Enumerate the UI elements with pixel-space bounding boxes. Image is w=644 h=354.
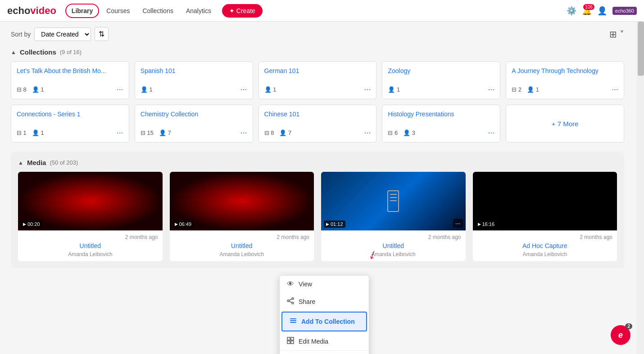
nav-courses[interactable]: Courses — [101, 5, 135, 17]
card-stats-8: ⊟ 6 👤 3 — [388, 129, 415, 136]
collection-card-7[interactable]: Chinese 101 ⊟ 8 👤 7 ··· — [259, 105, 377, 143]
sort-bar: Sort by Date Created Title Modified ⇅ ⊞ … — [11, 27, 624, 41]
media-duration-0: ▶ 00:20 — [21, 221, 42, 228]
media-info-3: 2 months ago Ad Hoc Capture Amanda Leibo… — [473, 230, 617, 261]
sort-order-button[interactable]: ⇅ — [95, 27, 109, 41]
collection-meta-6: ⊟ 15 👤 7 ··· — [141, 129, 247, 137]
media-card-1[interactable]: ▶ 06:49 2 months ago Untitled Amanda Lei… — [170, 172, 314, 261]
media-stat-6: ⊟ 15 — [141, 129, 154, 136]
media-date-1: 2 months ago — [174, 234, 310, 240]
user-stat-1: 👤 1 — [141, 86, 153, 93]
nav-analytics[interactable]: Analytics — [181, 5, 217, 17]
media-author-2: Amanda Leibovich — [326, 251, 461, 257]
user-stat-0: 👤 1 — [32, 86, 44, 93]
media-section: ▲ Media (50 of 203) ▶ 00:20 2 months ago… — [11, 152, 624, 268]
logo: echovideo — [7, 5, 56, 17]
collection-title-6: Chemistry Collection — [141, 110, 247, 120]
collections-chevron-icon: ▲ — [11, 49, 16, 55]
card-stats-1: 👤 1 — [141, 86, 153, 93]
collection-title-3: Zoology — [388, 67, 494, 76]
user-stat-6: 👤 7 — [159, 129, 171, 136]
media-date-0: 2 months ago — [23, 234, 158, 240]
collection-card-8[interactable]: Histology Presentations ⊟ 6 👤 3 ··· — [382, 105, 500, 143]
collection-meta-1: 👤 1 ··· — [141, 85, 247, 93]
collections-section-header[interactable]: ▲ Collections (9 of 16) — [11, 48, 624, 56]
card-stats-7: ⊟ 8 👤 7 — [264, 129, 292, 136]
collections-more-card[interactable]: + 7 More — [506, 105, 624, 143]
play-icon-1: ▶ — [175, 222, 178, 226]
media-duration-1: ▶ 06:49 — [172, 221, 194, 228]
collection-more-btn-6[interactable]: ··· — [240, 129, 247, 137]
user-stat-8: 👤 3 — [403, 129, 415, 136]
media-author-0: Amanda Leibovich — [23, 251, 158, 257]
collection-meta-3: 👤 1 ··· — [388, 85, 494, 93]
collections-more-label: + 7 More — [552, 120, 579, 128]
scrollbar-thumb[interactable] — [638, 22, 644, 76]
collection-more-btn-4[interactable]: ··· — [612, 85, 618, 93]
media-card-0[interactable]: ▶ 00:20 2 months ago Untitled Amanda Lei… — [18, 172, 163, 261]
sort-select[interactable]: Date Created Title Modified — [34, 28, 91, 41]
echo360-logo: echo360 — [612, 7, 637, 15]
card-stats-2: 👤 1 — [264, 86, 277, 93]
media-info-2: 2 months ago Untitled Amanda Leibovich — [321, 230, 466, 261]
collection-more-btn-7[interactable]: ··· — [364, 129, 371, 137]
nav-right: ⚙️ 🔔 106 👤 echo360 — [567, 6, 637, 16]
collection-card-1[interactable]: Spanish 101 👤 1 ··· — [135, 61, 253, 99]
collection-more-btn-3[interactable]: ··· — [488, 85, 494, 93]
media-stat-7: ⊟ 8 — [264, 129, 274, 136]
collection-meta-8: ⊟ 6 👤 3 ··· — [388, 129, 494, 137]
notification-badge: 106 — [583, 4, 594, 10]
collection-card-4[interactable]: A Journey Through Technology ⊟ 2 👤 1 ··· — [506, 61, 624, 99]
media-title: Media — [27, 159, 46, 166]
collections-section: ▲ Collections (9 of 16) Let's Talk About… — [11, 48, 624, 143]
nav-links: Library Courses Collections Analytics ✦ … — [65, 4, 263, 18]
media-author-3: Amanda Leibovich — [477, 251, 613, 257]
collections-grid: Let's Talk About the British Mo... ⊟ 8 👤… — [11, 61, 624, 143]
sort-left: Sort by Date Created Title Modified ⇅ — [11, 27, 109, 41]
collections-count: (9 of 16) — [60, 49, 82, 55]
collection-more-btn-1[interactable]: ··· — [240, 85, 247, 93]
media-stat-0: ⊟ 8 — [17, 86, 27, 93]
notebook-icon — [384, 190, 402, 212]
collection-card-0[interactable]: Let's Talk About the British Mo... ⊟ 8 👤… — [11, 61, 129, 99]
settings-button[interactable]: ⚙️ — [567, 6, 576, 16]
collection-more-btn-2[interactable]: ··· — [364, 85, 371, 93]
scrollbar[interactable] — [637, 22, 644, 274]
media-stat-8: ⊟ 6 — [388, 129, 398, 136]
collections-title: Collections — [20, 48, 56, 56]
user-stat-3: 👤 1 — [388, 86, 400, 93]
media-name-3: Ad Hoc Capture — [477, 242, 613, 249]
collection-title-5: Connections - Series 1 — [17, 110, 123, 120]
collection-more-btn-0[interactable]: ··· — [117, 85, 123, 93]
view-toggle[interactable]: ⊞ ˅ — [609, 29, 624, 40]
media-card-3[interactable]: ▶ 16:16 2 months ago Ad Hoc Capture Aman… — [473, 172, 617, 261]
navbar: echovideo Library Courses Collections An… — [0, 0, 644, 22]
collection-card-6[interactable]: Chemistry Collection ⊟ 15 👤 7 ··· — [135, 105, 253, 143]
media-count: (50 of 203) — [50, 159, 78, 166]
media-grid: ▶ 00:20 2 months ago Untitled Amanda Lei… — [18, 172, 617, 261]
collection-card-5[interactable]: Connections - Series 1 ⊟ 1 👤 1 ··· — [11, 105, 129, 143]
collection-more-btn-5[interactable]: ··· — [117, 129, 123, 137]
media-section-header[interactable]: ▲ Media (50 of 203) — [18, 159, 617, 166]
collection-more-btn-8[interactable]: ··· — [488, 129, 494, 137]
nav-collections[interactable]: Collections — [137, 5, 178, 17]
card-stats-4: ⊟ 2 👤 1 — [512, 86, 539, 93]
collection-title-4: A Journey Through Technology — [512, 67, 618, 76]
logo-video: video — [30, 5, 56, 17]
collection-meta-2: 👤 1 ··· — [264, 85, 371, 93]
collection-card-3[interactable]: Zoology 👤 1 ··· — [382, 61, 500, 99]
logo-echo: echo — [7, 5, 30, 17]
card-stats-6: ⊟ 15 👤 7 — [141, 129, 171, 136]
create-button[interactable]: ✦ Create — [222, 4, 263, 18]
media-name-0: Untitled — [23, 242, 158, 249]
user-button[interactable]: 👤 — [597, 6, 607, 16]
media-menu-btn-2[interactable]: ··· — [453, 219, 463, 228]
collection-meta-5: ⊟ 1 👤 1 ··· — [17, 129, 123, 137]
collection-title-2: German 101 — [264, 67, 371, 76]
notifications-button[interactable]: 🔔 106 — [582, 6, 592, 16]
collection-card-2[interactable]: German 101 👤 1 ··· — [259, 61, 377, 99]
media-thumb-3: ▶ 16:16 — [473, 172, 617, 230]
play-icon-0: ▶ — [23, 222, 26, 226]
nav-library[interactable]: Library — [65, 4, 99, 18]
media-card-2[interactable]: ▶ 01:12 ··· 2 months ago Untitled Amanda… — [321, 172, 466, 261]
